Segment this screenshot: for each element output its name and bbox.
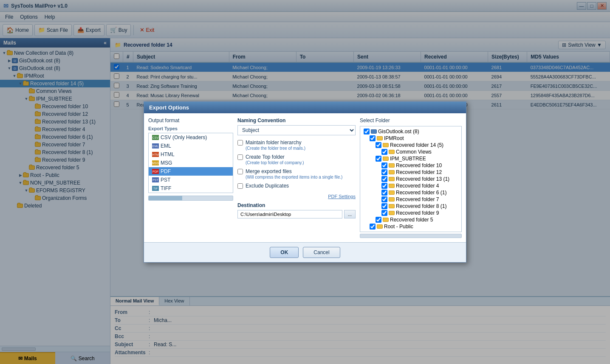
checkbox-sub: (Will compress the exported items into a…	[246, 175, 342, 179]
export-type-item-msg[interactable]: MSG MSG	[149, 159, 233, 167]
stree-folder-icon	[377, 224, 383, 229]
export-type-icon-html: HTM	[152, 152, 159, 157]
stree-folder-icon	[389, 150, 395, 154]
select-folder-tree: GisOutlook.ost (8) IPMRoot Recovered fol…	[360, 126, 462, 232]
select-folder-tree-item[interactable]: Recovered folder 8 (1)	[362, 203, 460, 210]
stree-checkbox[interactable]	[381, 203, 387, 209]
export-type-item-csv[interactable]: CSV CSV (Only Headers)	[149, 133, 233, 142]
select-folder-tree-item[interactable]: Recovered folder 13 (1)	[362, 176, 460, 182]
checkbox-option: Maintain folder hierarchy (Create the fo…	[237, 140, 356, 151]
naming-section: Naming Convention SubjectDateFromTo	[237, 118, 356, 135]
stree-folder-icon	[377, 136, 383, 140]
export-type-icon-csv: CSV	[152, 135, 159, 140]
select-folder-label: Select Folder	[360, 118, 462, 123]
browse-button[interactable]: ...	[344, 210, 356, 218]
stree-item-label: IPM_SUBTREE	[390, 156, 426, 162]
export-type-label: EML	[161, 143, 171, 149]
dialog-footer: OK Cancel	[144, 242, 466, 262]
select-folder-tree-item[interactable]: IPM_SUBTREE	[362, 155, 460, 162]
stree-checkbox[interactable]	[376, 217, 381, 223]
export-type-item-html[interactable]: HTM HTML	[149, 150, 233, 159]
cancel-button[interactable]: Cancel	[303, 247, 340, 258]
export-type-item-eml[interactable]: EML EML	[149, 142, 233, 150]
checkbox-input[interactable]	[237, 140, 243, 146]
select-folder-tree-item[interactable]: GisOutlook.ost (8)	[362, 128, 460, 135]
export-type-icon-pst: PST	[152, 177, 159, 182]
naming-convention-select[interactable]: SubjectDateFromTo	[237, 125, 356, 135]
stree-folder-icon	[389, 190, 395, 195]
export-type-label: HTML	[161, 151, 175, 157]
dialog-overlay: Export Options Output format Export Type…	[0, 0, 610, 364]
stree-checkbox[interactable]	[381, 190, 387, 196]
select-folder-tree-item[interactable]: Root - Public	[362, 223, 460, 230]
stree-item-label: IPMRoot	[384, 135, 404, 141]
select-folder-tree-item[interactable]: Recovered folder 5	[362, 216, 460, 223]
checkbox-label: Maintain folder hierarchy	[246, 140, 305, 146]
stree-item-label: Recovered folder 9	[396, 210, 439, 216]
checkbox-input[interactable]	[237, 154, 243, 160]
export-type-icon-eml: EML	[152, 143, 159, 148]
stree-checkbox[interactable]	[381, 149, 387, 155]
stree-item-label: Recovered folder 8 (1)	[396, 203, 446, 209]
stree-checkbox[interactable]	[381, 183, 387, 189]
export-type-item-pdf[interactable]: PDF PDF	[149, 167, 233, 176]
export-types-list: CSV CSV (Only Headers) EML EML HTM HTML …	[148, 133, 233, 193]
stree-item-label: Recovered folder 7	[396, 196, 439, 202]
export-type-label: PST	[161, 177, 170, 183]
ok-button[interactable]: OK	[270, 247, 299, 258]
dialog-right-panel: Select Folder GisOutlook.ost (8) IPMRoot…	[360, 118, 462, 238]
export-types-label: Export Types	[148, 126, 233, 131]
destination-input[interactable]	[237, 210, 342, 218]
stree-item-label: Recovered folder 13 (1)	[396, 176, 449, 182]
select-folder-tree-item[interactable]: Recovered folder 12	[362, 169, 460, 176]
stree-folder-icon	[389, 170, 395, 174]
stree-item-label: Recovered folder 14 (5)	[390, 142, 443, 148]
export-dialog: Export Options Output format Export Type…	[144, 101, 466, 263]
select-folder-tree-item[interactable]: Recovered folder 6 (1)	[362, 189, 460, 196]
select-folder-tree-item[interactable]: Recovered folder 7	[362, 196, 460, 203]
export-type-label: TIFF	[161, 185, 171, 191]
checkbox-option: Create Top folder (Create top folder of …	[237, 154, 356, 165]
stree-checkbox[interactable]	[376, 142, 381, 148]
stree-checkbox[interactable]	[370, 135, 376, 141]
checkbox-option: Exclude Duplicates	[237, 183, 356, 189]
stree-item-label: Recovered folder 4	[396, 183, 439, 189]
select-folder-tree-item[interactable]: Common Views	[362, 148, 460, 155]
checkbox-input[interactable]	[237, 169, 243, 174]
stree-item-label: Recovered folder 6 (1)	[396, 190, 446, 196]
export-type-label: PDF	[161, 168, 171, 174]
stree-checkbox[interactable]	[381, 162, 387, 168]
select-folder-tree-item[interactable]: Recovered folder 9	[362, 210, 460, 216]
stree-checkbox[interactable]	[381, 169, 387, 175]
stree-checkbox[interactable]	[370, 224, 376, 230]
select-folder-tree-item[interactable]: IPMRoot	[362, 135, 460, 142]
select-folder-tree-item[interactable]: Recovered folder 14 (5)	[362, 142, 460, 148]
stree-folder-icon	[371, 129, 377, 134]
stree-checkbox[interactable]	[381, 196, 387, 202]
checkbox-option: Merge exported files (Will compress the …	[237, 168, 356, 179]
stree-checkbox[interactable]	[376, 156, 381, 162]
destination-label: Destination	[237, 202, 356, 208]
stree-checkbox[interactable]	[381, 210, 387, 216]
dialog-mid-panel: Naming Convention SubjectDateFromTo Main…	[237, 118, 356, 238]
stree-checkbox[interactable]	[381, 176, 387, 182]
dialog-body: Output format Export Types CSV CSV (Only…	[144, 113, 466, 242]
export-type-item-pst[interactable]: PST PST	[149, 176, 233, 184]
export-type-icon-msg: MSG	[152, 160, 159, 165]
stree-folder-icon	[383, 143, 389, 147]
checkbox-label: Exclude Duplicates	[246, 183, 289, 189]
stree-folder-icon	[389, 197, 395, 202]
stree-checkbox[interactable]	[364, 129, 370, 134]
checkbox-input[interactable]	[237, 183, 243, 189]
pdf-settings-link[interactable]: PDF Settings	[237, 194, 356, 199]
stree-folder-icon	[389, 177, 395, 181]
export-type-icon-tiff: TIF	[152, 186, 159, 191]
naming-convention-label: Naming Convention	[237, 118, 356, 123]
select-folder-tree-item[interactable]: Recovered folder 10	[362, 162, 460, 169]
stree-item-label: Root - Public	[384, 224, 413, 230]
stree-folder-icon	[389, 204, 395, 208]
stree-item-label: Recovered folder 10	[396, 162, 442, 168]
select-folder-tree-item[interactable]: Recovered folder 4	[362, 182, 460, 189]
checkbox-sub: (Create the folder tree of mails.)	[246, 146, 305, 151]
export-type-item-tiff[interactable]: TIF TIFF	[149, 184, 233, 193]
